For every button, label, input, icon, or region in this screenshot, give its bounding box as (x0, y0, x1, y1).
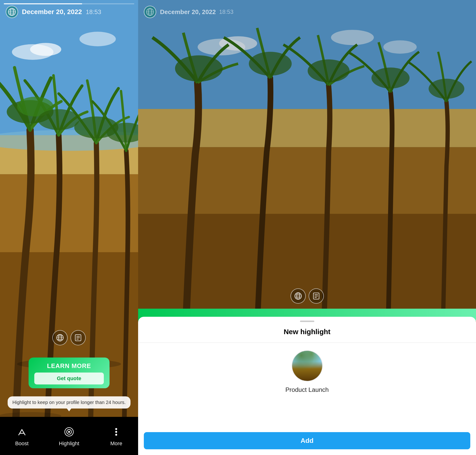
right-globe-icon (146, 8, 154, 16)
boost-button[interactable]: Boost (15, 425, 29, 447)
bottom-action-bar: Boost Highlight More (0, 417, 138, 455)
svg-rect-1 (0, 135, 138, 174)
sheet-title: New highlight (284, 328, 331, 336)
svg-point-34 (115, 434, 117, 436)
highlight-icon-wrap (62, 425, 76, 439)
right-checklist-action-icon (312, 292, 320, 300)
story-date: December 20, 2022 (22, 8, 82, 16)
story-action-buttons (52, 330, 86, 345)
get-quote-button[interactable]: Get quote (34, 373, 104, 384)
svg-point-10 (7, 100, 53, 123)
globe-action-icon (56, 333, 64, 342)
profile-icon[interactable] (6, 6, 18, 18)
more-icon-wrap (110, 425, 123, 439)
highlight-thumbnail[interactable] (292, 350, 323, 381)
learn-more-card: LEARN MORE Get quote (29, 358, 110, 388)
learn-more-title[interactable]: LEARN MORE (34, 362, 104, 370)
svg-point-14 (107, 123, 138, 143)
story-progress-bar (4, 3, 134, 4)
right-top-bar: December 20, 2022 18:53 (138, 6, 476, 18)
story-time: 18:53 (86, 8, 101, 16)
right-checklist-action-btn[interactable] (309, 288, 324, 304)
more-button[interactable]: More (110, 425, 123, 447)
date-time-container: December 20, 2022 18:53 (22, 8, 101, 16)
svg-point-5 (30, 43, 61, 56)
highlight-circle-icon (63, 426, 75, 438)
sheet-drag-handle (300, 321, 314, 322)
right-story-panel: December 20, 2022 18:53 New hig (138, 0, 476, 455)
boost-arrow-icon (17, 427, 27, 437)
add-highlight-button[interactable]: Add (144, 432, 470, 449)
svg-point-13 (74, 117, 118, 138)
svg-point-31 (68, 431, 70, 433)
svg-point-12 (38, 109, 79, 130)
right-globe-action-btn[interactable] (291, 288, 306, 304)
more-label: More (110, 440, 122, 447)
right-globe-action-icon (294, 292, 302, 300)
new-highlight-sheet: New highlight Product Launch Add (138, 317, 476, 455)
svg-point-32 (115, 428, 117, 430)
svg-point-7 (0, 130, 138, 151)
right-profile-icon[interactable] (144, 6, 156, 18)
left-top-bar: December 20, 2022 18:53 (0, 6, 138, 18)
right-story-time: 18:53 (219, 8, 233, 15)
checklist-action-icon (74, 334, 82, 341)
right-story-action-buttons (291, 288, 324, 304)
boost-icon-wrap (15, 425, 29, 439)
globe-action-btn[interactable] (52, 330, 68, 345)
svg-point-11 (17, 97, 54, 117)
checklist-action-btn[interactable] (71, 330, 86, 345)
progress-bar-fill (4, 3, 82, 4)
right-overlay (138, 0, 476, 327)
globe-icon (8, 8, 16, 16)
svg-rect-2 (0, 174, 138, 252)
svg-point-6 (79, 32, 116, 46)
boost-label: Boost (15, 440, 29, 447)
more-dots-icon (111, 427, 121, 437)
highlight-item-area: Product Launch (138, 343, 476, 432)
highlight-label: Highlight (59, 440, 79, 447)
svg-rect-0 (0, 0, 138, 135)
highlight-thumb-image (292, 351, 322, 381)
svg-point-4 (12, 44, 54, 60)
right-story-date: December 20, 2022 (160, 8, 216, 16)
highlight-button[interactable]: Highlight (59, 425, 79, 447)
highlight-item-label: Product Launch (285, 386, 329, 393)
highlight-tooltip: Highlight to keep on your profile longer… (8, 396, 130, 408)
svg-point-33 (115, 431, 117, 433)
left-story-panel: December 20, 2022 18:53 LEARN MORE (0, 0, 138, 455)
